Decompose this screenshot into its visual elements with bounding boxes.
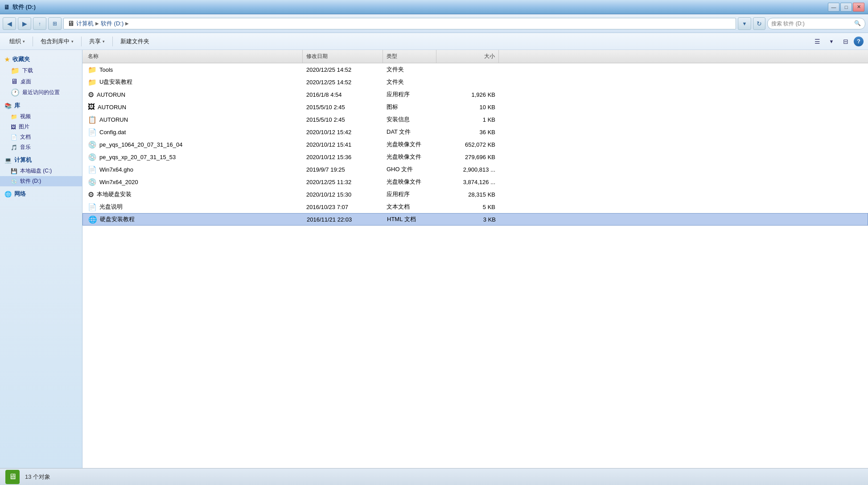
file-icon: 📁: [88, 78, 97, 86]
table-row[interactable]: 💿 pe_yqs_xp_20_07_31_15_53 2020/10/12 15…: [82, 151, 868, 163]
status-app-icon: 🖥: [5, 470, 20, 484]
column-header-size[interactable]: 大小: [436, 50, 499, 63]
table-row[interactable]: 🖼 AUTORUN 2015/5/10 2:45 图标 10 KB: [82, 101, 868, 113]
minimize-button[interactable]: —: [828, 3, 839, 12]
sidebar-item-pictures[interactable]: 🖼 图片: [0, 122, 82, 132]
documents-icon: 📄: [11, 134, 17, 140]
file-size-cell: 279,696 KB: [436, 154, 499, 160]
forward-button[interactable]: ▶: [18, 17, 31, 30]
file-type-cell: 图标: [383, 103, 436, 111]
sidebar-item-c-drive[interactable]: 💾 本地磁盘 (C:): [0, 166, 82, 176]
file-name-text: pe_yqs_1064_20_07_31_16_04: [99, 141, 183, 148]
file-name-cell: 🖼 AUTORUN: [84, 103, 303, 111]
file-name-text: Win7x64.gho: [99, 166, 133, 173]
file-size-cell: 652,072 KB: [436, 141, 499, 148]
file-name-text: Config.dat: [99, 129, 126, 136]
file-date-cell: 2015/5/10 2:45: [303, 116, 383, 123]
search-icon[interactable]: 🔍: [854, 20, 861, 27]
desktop-icon: 🖥: [11, 78, 18, 86]
search-box[interactable]: 🔍: [767, 18, 865, 29]
file-type-cell: 光盘映像文件: [383, 140, 436, 148]
refresh-button[interactable]: ↻: [753, 17, 765, 30]
column-header-type[interactable]: 类型: [383, 50, 436, 63]
file-name-text: U盘安装教程: [99, 78, 132, 86]
title-bar-controls: — □ ✕: [828, 3, 864, 12]
share-button[interactable]: 共享 ▾: [84, 35, 110, 48]
sidebar-item-documents[interactable]: 📄 文档: [0, 132, 82, 142]
view-options-button[interactable]: ▼: [825, 35, 838, 48]
main-area: ★ 收藏夹 📁 下载 🖥 桌面 🕐 最近访问的位置 📚 库 �: [0, 50, 868, 468]
breadcrumb-computer[interactable]: 计算机: [76, 20, 94, 28]
favorites-header[interactable]: ★ 收藏夹: [0, 53, 82, 65]
sidebar-item-d-drive[interactable]: 💿 软件 (D:): [0, 176, 82, 186]
include-library-button[interactable]: 包含到库中 ▾: [36, 35, 78, 48]
file-date-cell: 2020/12/25 14:52: [303, 66, 383, 73]
pictures-label: 图片: [19, 123, 29, 131]
file-icon: 📁: [88, 66, 97, 74]
sidebar-item-recent[interactable]: 🕐 最近访问的位置: [0, 87, 82, 98]
maximize-button[interactable]: □: [840, 3, 852, 12]
back-button[interactable]: ◀: [3, 17, 16, 30]
file-size-cell: 1,926 KB: [436, 91, 499, 98]
file-size-cell: 5 KB: [436, 204, 499, 210]
computer-section: 💻 计算机 💾 本地磁盘 (C:) 💿 软件 (D:): [0, 154, 82, 186]
search-input[interactable]: [771, 21, 852, 27]
file-list[interactable]: 📁 Tools 2020/12/25 14:52 文件夹 📁 U盘安装教程 20…: [82, 63, 868, 468]
library-header[interactable]: 📚 库: [0, 100, 82, 111]
library-label: 库: [14, 102, 20, 110]
table-row[interactable]: 📁 U盘安装教程 2020/12/25 14:52 文件夹: [82, 76, 868, 88]
column-header-modified[interactable]: 修改日期: [303, 50, 383, 63]
sidebar-item-download[interactable]: 📁 下载: [0, 65, 82, 76]
table-row[interactable]: ⚙ 本地硬盘安装 2020/10/12 15:30 应用程序 28,315 KB: [82, 188, 868, 201]
organize-button[interactable]: 组织 ▾: [4, 35, 30, 48]
close-button[interactable]: ✕: [853, 3, 864, 12]
file-date-cell: 2020/12/25 11:32: [303, 179, 383, 185]
file-date-cell: 2015/5/10 2:45: [303, 104, 383, 111]
large-view-button[interactable]: ⊟: [839, 35, 852, 48]
sidebar-item-music[interactable]: 🎵 音乐: [0, 142, 82, 152]
file-icon: ⚙: [88, 190, 94, 199]
file-name-cell: 🌐 硬盘安装教程: [85, 215, 303, 224]
table-row[interactable]: 📄 光盘说明 2016/10/23 7:07 文本文档 5 KB: [82, 201, 868, 213]
table-row[interactable]: 📁 Tools 2020/12/25 14:52 文件夹: [82, 63, 868, 76]
file-icon: 📄: [88, 165, 97, 174]
breadcrumb-bar: 🖥 计算机 ▶ 软件 (D:) ▶: [63, 18, 736, 29]
help-button[interactable]: ?: [854, 37, 864, 46]
file-icon: 🌐: [88, 215, 97, 224]
table-row[interactable]: 💿 Win7x64_2020 2020/12/25 11:32 光盘映像文件 3…: [82, 176, 868, 188]
title-bar-left: 🖥 软件 (D:): [4, 3, 36, 11]
table-row[interactable]: 📄 Win7x64.gho 2019/9/7 19:25 GHO 文件 2,90…: [82, 163, 868, 176]
d-drive-icon: 💿: [11, 178, 17, 185]
file-date-cell: 2019/9/7 19:25: [303, 166, 383, 173]
recent-locations-button[interactable]: ⊞: [48, 17, 62, 30]
download-label: 下载: [22, 67, 33, 74]
column-header-name[interactable]: 名称: [84, 50, 303, 63]
sidebar-item-video[interactable]: 📁 视频: [0, 111, 82, 122]
table-row[interactable]: 🌐 硬盘安装教程 2016/11/21 22:03 HTML 文档 3 KB: [82, 213, 868, 226]
file-icon: 📄: [88, 128, 97, 136]
file-size-cell: 3,874,126 ...: [436, 179, 499, 185]
breadcrumb-dropdown-button[interactable]: ▼: [738, 17, 751, 30]
network-header[interactable]: 🌐 网络: [0, 188, 82, 200]
breadcrumb-drive[interactable]: 软件 (D:): [101, 20, 123, 28]
toolbar-right: ☰ ▼ ⊟ ?: [811, 35, 864, 48]
computer-breadcrumb-icon: 🖥: [67, 20, 74, 28]
new-folder-button[interactable]: 新建文件夹: [115, 35, 154, 48]
file-date-cell: 2020/10/12 15:42: [303, 129, 383, 136]
file-type-cell: 光盘映像文件: [383, 153, 436, 161]
file-type-cell: 文本文档: [383, 203, 436, 211]
table-row[interactable]: ⚙ AUTORUN 2016/1/8 4:54 应用程序 1,926 KB: [82, 88, 868, 101]
table-row[interactable]: 💿 pe_yqs_1064_20_07_31_16_04 2020/10/12 …: [82, 138, 868, 151]
computer-header[interactable]: 💻 计算机: [0, 154, 82, 166]
up-button[interactable]: ↑: [33, 17, 46, 30]
table-row[interactable]: 📋 AUTORUN 2015/5/10 2:45 安装信息 1 KB: [82, 113, 868, 126]
toolbar-separator-2: [81, 37, 82, 46]
table-row[interactable]: 📄 Config.dat 2020/10/12 15:42 DAT 文件 36 …: [82, 126, 868, 138]
library-icon: 📚: [4, 103, 12, 109]
d-drive-label: 软件 (D:): [20, 177, 41, 185]
file-name-cell: 📁 U盘安装教程: [84, 78, 303, 86]
view-toggle-button[interactable]: ☰: [811, 35, 823, 48]
sidebar-item-desktop[interactable]: 🖥 桌面: [0, 76, 82, 87]
file-icon: 📄: [88, 203, 97, 211]
file-size-cell: 28,315 KB: [436, 191, 499, 198]
